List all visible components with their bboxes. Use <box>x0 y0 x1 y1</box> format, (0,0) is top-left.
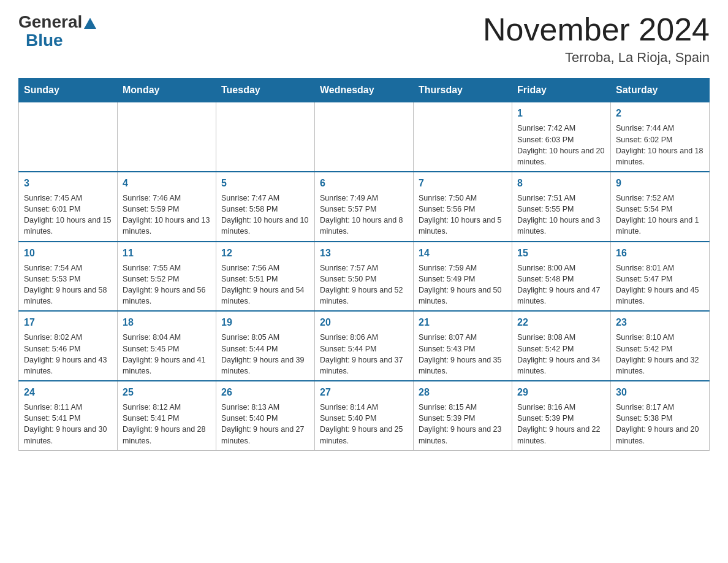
calendar-day-cell: 4Sunrise: 7:46 AMSunset: 5:59 PMDaylight… <box>118 172 216 242</box>
calendar-day-cell: 30Sunrise: 8:17 AMSunset: 5:38 PMDayligh… <box>611 381 710 450</box>
page-title: November 2024 <box>483 12 710 47</box>
logo-triangle-icon <box>84 18 96 29</box>
day-info: Sunrise: 8:13 AMSunset: 5:40 PMDaylight:… <box>221 402 309 446</box>
day-info: Sunrise: 8:14 AMSunset: 5:40 PMDaylight:… <box>320 402 408 446</box>
day-number: 10 <box>24 246 112 260</box>
day-info: Sunrise: 8:04 AMSunset: 5:45 PMDaylight:… <box>123 332 211 377</box>
day-info: Sunrise: 8:00 AMSunset: 5:48 PMDaylight:… <box>517 262 605 307</box>
day-number: 4 <box>123 176 211 190</box>
day-number: 27 <box>320 385 408 399</box>
day-number: 5 <box>221 176 309 190</box>
day-of-week-header: Thursday <box>414 79 512 102</box>
day-number: 26 <box>221 385 309 399</box>
calendar-day-cell: 11Sunrise: 7:55 AMSunset: 5:52 PMDayligh… <box>118 242 216 312</box>
calendar-day-cell: 29Sunrise: 8:16 AMSunset: 5:39 PMDayligh… <box>512 381 611 450</box>
day-number: 17 <box>24 315 112 329</box>
day-number: 14 <box>419 246 507 260</box>
calendar-day-cell: 25Sunrise: 8:12 AMSunset: 5:41 PMDayligh… <box>118 381 216 450</box>
day-info: Sunrise: 7:45 AMSunset: 6:01 PMDaylight:… <box>24 193 112 237</box>
logo: General Blue <box>18 12 96 50</box>
day-number: 24 <box>24 385 112 399</box>
calendar-day-cell: 2Sunrise: 7:44 AMSunset: 6:02 PMDaylight… <box>611 102 710 172</box>
calendar-table: SundayMondayTuesdayWednesdayThursdayFrid… <box>18 78 710 450</box>
day-number: 11 <box>123 246 211 260</box>
day-number: 6 <box>320 176 408 190</box>
calendar-day-cell: 16Sunrise: 8:01 AMSunset: 5:47 PMDayligh… <box>611 242 710 312</box>
day-info: Sunrise: 7:56 AMSunset: 5:51 PMDaylight:… <box>221 262 309 307</box>
day-info: Sunrise: 7:47 AMSunset: 5:58 PMDaylight:… <box>221 193 309 237</box>
day-number: 12 <box>221 246 309 260</box>
calendar-day-cell: 17Sunrise: 8:02 AMSunset: 5:46 PMDayligh… <box>19 311 118 381</box>
calendar-day-cell: 3Sunrise: 7:45 AMSunset: 6:01 PMDaylight… <box>19 172 118 242</box>
day-number: 1 <box>517 106 605 120</box>
calendar-day-cell <box>315 102 414 172</box>
subtitle: Terroba, La Rioja, Spain <box>483 50 710 66</box>
day-number: 28 <box>419 385 507 399</box>
day-info: Sunrise: 8:06 AMSunset: 5:44 PMDaylight:… <box>320 332 408 377</box>
day-number: 2 <box>616 106 704 120</box>
day-of-week-header: Saturday <box>611 79 710 102</box>
calendar-day-cell: 7Sunrise: 7:50 AMSunset: 5:56 PMDaylight… <box>414 172 512 242</box>
day-of-week-header: Wednesday <box>315 79 414 102</box>
day-number: 25 <box>123 385 211 399</box>
page-header: General Blue November 2024 Terroba, La R… <box>18 12 710 66</box>
day-number: 8 <box>517 176 605 190</box>
day-info: Sunrise: 7:42 AMSunset: 6:03 PMDaylight:… <box>517 123 605 167</box>
calendar-day-cell: 6Sunrise: 7:49 AMSunset: 5:57 PMDaylight… <box>315 172 414 242</box>
day-number: 18 <box>123 315 211 329</box>
day-info: Sunrise: 7:57 AMSunset: 5:50 PMDaylight:… <box>320 262 408 307</box>
day-info: Sunrise: 7:59 AMSunset: 5:49 PMDaylight:… <box>419 262 507 307</box>
day-info: Sunrise: 7:52 AMSunset: 5:54 PMDaylight:… <box>616 193 704 237</box>
calendar-day-cell: 19Sunrise: 8:05 AMSunset: 5:44 PMDayligh… <box>216 311 315 381</box>
day-info: Sunrise: 7:55 AMSunset: 5:52 PMDaylight:… <box>123 262 211 307</box>
day-info: Sunrise: 8:16 AMSunset: 5:39 PMDaylight:… <box>517 402 605 446</box>
day-number: 7 <box>419 176 507 190</box>
calendar-day-cell: 23Sunrise: 8:10 AMSunset: 5:42 PMDayligh… <box>611 311 710 381</box>
day-info: Sunrise: 8:01 AMSunset: 5:47 PMDaylight:… <box>616 262 704 307</box>
calendar-day-cell: 21Sunrise: 8:07 AMSunset: 5:43 PMDayligh… <box>414 311 512 381</box>
logo-general-text: General <box>18 12 82 32</box>
calendar-day-cell: 26Sunrise: 8:13 AMSunset: 5:40 PMDayligh… <box>216 381 315 450</box>
calendar-week-row: 3Sunrise: 7:45 AMSunset: 6:01 PMDaylight… <box>19 172 710 242</box>
day-number: 16 <box>616 246 704 260</box>
day-info: Sunrise: 8:05 AMSunset: 5:44 PMDaylight:… <box>221 332 309 377</box>
day-info: Sunrise: 8:12 AMSunset: 5:41 PMDaylight:… <box>123 402 211 446</box>
calendar-day-cell: 10Sunrise: 7:54 AMSunset: 5:53 PMDayligh… <box>19 242 118 312</box>
calendar-week-row: 1Sunrise: 7:42 AMSunset: 6:03 PMDaylight… <box>19 102 710 172</box>
day-info: Sunrise: 7:44 AMSunset: 6:02 PMDaylight:… <box>616 123 704 167</box>
calendar-day-cell: 13Sunrise: 7:57 AMSunset: 5:50 PMDayligh… <box>315 242 414 312</box>
day-info: Sunrise: 7:54 AMSunset: 5:53 PMDaylight:… <box>24 262 112 307</box>
day-of-week-header: Sunday <box>19 79 118 102</box>
calendar-header-row: SundayMondayTuesdayWednesdayThursdayFrid… <box>19 79 710 102</box>
calendar-day-cell: 27Sunrise: 8:14 AMSunset: 5:40 PMDayligh… <box>315 381 414 450</box>
logo-blue-text: Blue <box>26 31 63 50</box>
calendar-day-cell: 12Sunrise: 7:56 AMSunset: 5:51 PMDayligh… <box>216 242 315 312</box>
day-number: 15 <box>517 246 605 260</box>
day-info: Sunrise: 8:10 AMSunset: 5:42 PMDaylight:… <box>616 332 704 377</box>
day-info: Sunrise: 7:51 AMSunset: 5:55 PMDaylight:… <box>517 193 605 237</box>
day-number: 3 <box>24 176 112 190</box>
day-info: Sunrise: 8:17 AMSunset: 5:38 PMDaylight:… <box>616 402 704 446</box>
calendar-week-row: 24Sunrise: 8:11 AMSunset: 5:41 PMDayligh… <box>19 381 710 450</box>
title-block: November 2024 Terroba, La Rioja, Spain <box>483 12 710 66</box>
day-number: 21 <box>419 315 507 329</box>
calendar-day-cell: 9Sunrise: 7:52 AMSunset: 5:54 PMDaylight… <box>611 172 710 242</box>
day-info: Sunrise: 8:07 AMSunset: 5:43 PMDaylight:… <box>419 332 507 377</box>
day-number: 23 <box>616 315 704 329</box>
day-info: Sunrise: 7:49 AMSunset: 5:57 PMDaylight:… <box>320 193 408 237</box>
calendar-week-row: 10Sunrise: 7:54 AMSunset: 5:53 PMDayligh… <box>19 242 710 312</box>
calendar-day-cell: 24Sunrise: 8:11 AMSunset: 5:41 PMDayligh… <box>19 381 118 450</box>
calendar-day-cell: 14Sunrise: 7:59 AMSunset: 5:49 PMDayligh… <box>414 242 512 312</box>
day-number: 30 <box>616 385 704 399</box>
day-number: 13 <box>320 246 408 260</box>
calendar-day-cell: 20Sunrise: 8:06 AMSunset: 5:44 PMDayligh… <box>315 311 414 381</box>
calendar-day-cell <box>19 102 118 172</box>
day-info: Sunrise: 8:08 AMSunset: 5:42 PMDaylight:… <box>517 332 605 377</box>
calendar-day-cell: 22Sunrise: 8:08 AMSunset: 5:42 PMDayligh… <box>512 311 611 381</box>
day-of-week-header: Tuesday <box>216 79 315 102</box>
calendar-day-cell: 18Sunrise: 8:04 AMSunset: 5:45 PMDayligh… <box>118 311 216 381</box>
calendar-day-cell: 8Sunrise: 7:51 AMSunset: 5:55 PMDaylight… <box>512 172 611 242</box>
day-number: 22 <box>517 315 605 329</box>
calendar-day-cell <box>216 102 315 172</box>
day-info: Sunrise: 8:15 AMSunset: 5:39 PMDaylight:… <box>419 402 507 446</box>
